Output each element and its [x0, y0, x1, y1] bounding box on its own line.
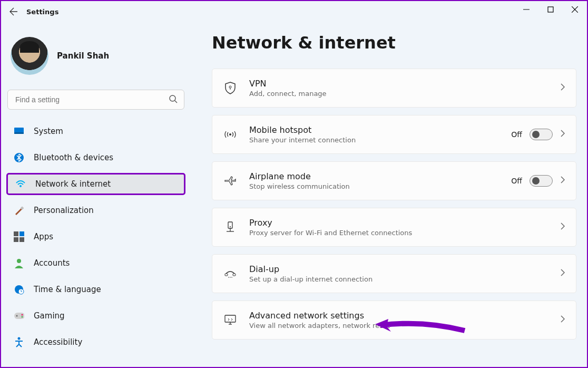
card-subtitle: Stop wireless communication [249, 182, 499, 190]
card-body: Advanced network settings View all netwo… [249, 311, 548, 330]
wifi-icon [15, 179, 26, 189]
sidebar-item-gaming[interactable]: Gaming [6, 305, 185, 327]
hotspot-toggle[interactable] [530, 129, 553, 140]
sidebar-item-personalization[interactable]: Personalization [6, 199, 185, 221]
card-title: Proxy [249, 218, 548, 228]
svg-rect-33 [233, 274, 236, 276]
toggle-label: Off [511, 130, 522, 139]
svg-rect-7 [14, 132, 24, 134]
sidebar-item-label: Apps [34, 232, 53, 241]
svg-line-5 [175, 101, 177, 103]
nav-list: System Bluetooth & devices Network & int… [6, 120, 185, 353]
profile-name: Pankil Shah [57, 51, 109, 61]
monitor-icon [223, 314, 238, 326]
chevron-right-icon [560, 222, 565, 233]
svg-rect-28 [228, 222, 232, 228]
card-body: VPN Add, connect, manage [249, 79, 548, 98]
chevron-right-icon [560, 129, 565, 140]
svg-rect-20 [14, 313, 24, 319]
card-subtitle: Share your internet connection [249, 136, 499, 144]
card-title: VPN [249, 79, 548, 89]
svg-rect-12 [19, 231, 24, 236]
minimize-button[interactable] [514, 1, 538, 18]
svg-point-36 [231, 277, 232, 278]
svg-point-29 [230, 226, 231, 227]
search-box [7, 90, 184, 110]
sidebar-item-time[interactable]: Time & language [6, 278, 185, 301]
svg-point-24 [18, 337, 21, 340]
sidebar-item-accessibility[interactable]: Accessibility [6, 331, 185, 353]
svg-rect-37 [225, 315, 236, 322]
card-vpn[interactable]: VPN Add, connect, manage [212, 69, 576, 108]
proxy-icon [223, 221, 238, 234]
sidebar-item-system[interactable]: System [6, 120, 185, 142]
sidebar-item-apps[interactable]: Apps [6, 226, 185, 248]
chevron-right-icon [560, 315, 565, 325]
search-input[interactable] [7, 90, 184, 110]
paintbrush-icon [14, 205, 24, 216]
card-subtitle: View all network adapters, network reset [249, 322, 548, 330]
svg-rect-1 [548, 7, 553, 12]
bluetooth-icon [14, 152, 24, 163]
shield-icon [223, 81, 238, 95]
svg-point-21 [16, 315, 18, 317]
sidebar-item-label: Time & language [34, 285, 101, 294]
card-dialup[interactable]: Dial-up Set up a dial-up internet connec… [212, 254, 576, 293]
chevron-right-icon [560, 268, 565, 279]
svg-point-15 [17, 259, 21, 263]
window-title: Settings [26, 8, 58, 16]
chevron-right-icon [560, 176, 565, 186]
close-icon [572, 6, 578, 13]
svg-point-9 [19, 185, 22, 187]
sidebar-item-label: Accessibility [34, 337, 82, 347]
card-mobile-hotspot[interactable]: Mobile hotspot Share your internet conne… [212, 115, 576, 154]
card-airplane-mode[interactable]: Airplane mode Stop wireless communicatio… [212, 161, 576, 200]
avatar [11, 37, 48, 75]
maximize-icon [547, 6, 554, 13]
toggle-label: Off [511, 177, 522, 185]
svg-point-22 [22, 314, 23, 316]
system-icon [14, 126, 24, 137]
card-body: Proxy Proxy server for Wi-Fi and Etherne… [249, 218, 548, 237]
svg-rect-14 [19, 237, 24, 242]
titlebar: Settings [1, 1, 587, 22]
card-title: Airplane mode [249, 171, 499, 181]
gamepad-icon [14, 311, 24, 321]
back-button[interactable] [5, 3, 22, 20]
svg-point-23 [22, 316, 23, 318]
sidebar-item-network[interactable]: Network & internet [6, 173, 185, 195]
airplane-toggle[interactable] [530, 175, 553, 187]
card-title: Dial-up [249, 264, 548, 274]
sidebar-item-label: Network & internet [35, 179, 111, 189]
chevron-right-icon [560, 83, 565, 93]
card-body: Dial-up Set up a dial-up internet connec… [249, 264, 548, 283]
svg-point-27 [229, 133, 231, 135]
sidebar-item-bluetooth[interactable]: Bluetooth & devices [6, 147, 185, 169]
card-subtitle: Proxy server for Wi-Fi and Ethernet conn… [249, 229, 548, 237]
phone-icon [223, 268, 238, 279]
sidebar-item-label: Accounts [34, 258, 70, 268]
card-title: Advanced network settings [249, 311, 548, 321]
svg-rect-11 [14, 231, 18, 236]
search-icon [169, 94, 178, 106]
close-button[interactable] [563, 1, 587, 18]
hotspot-icon [223, 129, 238, 140]
sidebar-item-accounts[interactable]: Accounts [6, 252, 185, 274]
sidebar-item-label: Personalization [34, 206, 94, 215]
card-proxy[interactable]: Proxy Proxy server for Wi-Fi and Etherne… [212, 208, 576, 247]
card-advanced-network[interactable]: Advanced network settings View all netwo… [212, 301, 576, 340]
maximize-button[interactable] [538, 1, 563, 18]
apps-icon [14, 231, 24, 242]
sidebar: Pankil Shah System Bluetooth & devices N… [1, 22, 191, 367]
user-profile[interactable]: Pankil Shah [6, 33, 185, 85]
window-controls [514, 1, 587, 18]
airplane-icon [223, 175, 238, 187]
svg-point-4 [170, 95, 175, 101]
main-content: Network & internet VPN Add, connect, man… [191, 22, 587, 367]
sidebar-item-label: System [34, 127, 63, 136]
svg-rect-13 [14, 237, 18, 242]
person-icon [14, 258, 24, 268]
card-subtitle: Add, connect, manage [249, 90, 548, 98]
sidebar-item-label: Bluetooth & devices [34, 153, 113, 162]
card-body: Airplane mode Stop wireless communicatio… [249, 171, 499, 190]
